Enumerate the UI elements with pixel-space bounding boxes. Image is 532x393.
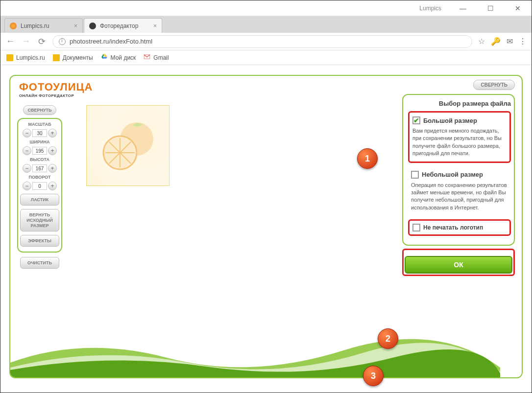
rotate-minus-button[interactable]: −: [23, 182, 31, 190]
ok-button[interactable]: ОК: [405, 256, 512, 274]
height-stepper: − +: [23, 164, 57, 173]
logo-text: ФОТОУЛИЦА: [19, 81, 93, 93]
logo: ФОТОУЛИЦА ОНЛАЙН ФОТОРЕДАКТОР: [19, 81, 93, 98]
canvas-image[interactable]: [86, 105, 169, 186]
small-size-option[interactable]: Небольшой размер Операция по сохранению …: [408, 167, 511, 216]
folder-icon: [6, 54, 13, 61]
small-size-title: Небольшой размер: [422, 171, 483, 178]
window-close-button[interactable]: ✕: [508, 1, 528, 15]
reset-size-button[interactable]: ВЕРНУТЬ ИСХОДНЫЙ РАЗМЕР: [20, 209, 59, 231]
width-input[interactable]: [32, 147, 47, 155]
scale-plus-button[interactable]: +: [48, 129, 57, 138]
width-minus-button[interactable]: −: [23, 146, 31, 155]
folder-icon: [53, 54, 60, 61]
browser-tab-lumpics[interactable]: Lumpics.ru ×: [4, 18, 83, 33]
scale-minus-button[interactable]: −: [23, 129, 31, 138]
no-logo-label: Не печатать логотип: [423, 224, 483, 231]
eraser-button[interactable]: ЛАСТИК: [20, 194, 59, 206]
small-size-desc: Операция по сохранению результатов займе…: [411, 182, 508, 212]
address-input[interactable]: photostreet.ru/indexFoto.html: [52, 35, 472, 48]
mail-icon[interactable]: ✉: [507, 37, 513, 46]
info-icon[interactable]: [59, 38, 66, 45]
reload-button[interactable]: ⟳: [37, 36, 47, 47]
collapse-right-button[interactable]: СВЕРНУТЬ: [473, 80, 515, 90]
bookmark-lumpics[interactable]: Lumpics.ru: [6, 54, 45, 61]
tab-label: Lumpics.ru: [21, 23, 49, 29]
no-logo-checkbox[interactable]: [412, 224, 420, 231]
app-icon: [89, 23, 96, 29]
drive-icon: [101, 53, 108, 62]
small-size-checkbox[interactable]: [411, 171, 419, 179]
window-minimize-button[interactable]: —: [453, 1, 473, 15]
width-plus-button[interactable]: +: [48, 146, 57, 155]
rotate-stepper: − +: [23, 182, 57, 190]
scale-input[interactable]: [32, 129, 47, 137]
window-titlebar: Lumpics — ☐ ✕: [0, 0, 532, 16]
height-label: ВЫСОТА: [30, 157, 49, 162]
rotate-input[interactable]: [32, 182, 47, 190]
big-size-checkbox[interactable]: [412, 116, 420, 124]
big-size-title: Большой размер: [423, 117, 477, 124]
bookmark-label: Мой диск: [111, 54, 136, 61]
width-label: ШИРИНА: [30, 139, 50, 144]
bookmark-label: Lumpics.ru: [16, 54, 45, 61]
height-minus-button[interactable]: −: [23, 164, 31, 173]
close-icon[interactable]: ×: [153, 23, 157, 29]
right-panel: СВЕРНУТЬ Выбор размера файла Большой раз…: [402, 80, 515, 276]
rotate-plus-button[interactable]: +: [48, 182, 57, 190]
collapse-left-button[interactable]: СВЕРНУТЬ: [23, 105, 56, 115]
clear-button[interactable]: ОЧИСТИТЬ: [20, 257, 59, 269]
bookmark-documents[interactable]: Документы: [53, 54, 93, 61]
bookmark-star-icon[interactable]: ☆: [478, 37, 485, 46]
effects-button[interactable]: ЭФФЕКТЫ: [20, 235, 59, 247]
window-title: Lumpics: [419, 5, 441, 12]
callout-badge-1: 1: [357, 148, 378, 169]
app-viewport: ФОТОУЛИЦА ОНЛАЙН ФОТОРЕДАКТОР СВЕРНУТЬ М…: [0, 65, 532, 393]
height-plus-button[interactable]: +: [48, 164, 57, 173]
orange-icon: [10, 23, 17, 29]
menu-icon[interactable]: ⋮: [519, 37, 527, 46]
callout-badge-3: 3: [363, 366, 384, 386]
big-size-option[interactable]: Большой размер Вам придется немного подо…: [408, 111, 511, 163]
bookmarks-bar: Lumpics.ru Документы Мой диск Gmail: [0, 50, 532, 65]
bookmark-gmail[interactable]: Gmail: [144, 53, 169, 62]
callout-badge-2: 2: [378, 328, 398, 349]
browser-tab-photoeditor[interactable]: Фоторедактор ×: [84, 18, 162, 33]
url-text: photostreet.ru/indexFoto.html: [70, 38, 152, 45]
file-size-panel: Выбор размера файла Большой размер Вам п…: [402, 94, 515, 246]
key-icon[interactable]: 🔑: [491, 37, 501, 46]
close-icon[interactable]: ×: [74, 23, 77, 29]
window-maximize-button[interactable]: ☐: [481, 1, 500, 15]
panel-title: Выбор размера файла: [408, 100, 511, 107]
left-panel: СВЕРНУТЬ МАСШТАБ − + ШИРИНА − + ВЫСОТА −: [17, 105, 62, 269]
big-size-desc: Вам придется немного подождать, при сохр…: [412, 127, 507, 158]
width-stepper: − +: [23, 146, 57, 155]
orange-fruit-icon: [98, 116, 157, 175]
bookmark-label: Gmail: [153, 54, 169, 61]
height-input[interactable]: [32, 164, 47, 172]
ok-button-frame: ОК: [402, 249, 515, 276]
controls-box: МАСШТАБ − + ШИРИНА − + ВЫСОТА − +: [17, 118, 62, 253]
bookmark-mydrive[interactable]: Мой диск: [101, 53, 136, 62]
canvas-area[interactable]: [86, 105, 394, 358]
no-logo-option[interactable]: Не печатать логотип: [408, 219, 511, 236]
app-frame: ФОТОУЛИЦА ОНЛАЙН ФОТОРЕДАКТОР СВЕРНУТЬ М…: [9, 75, 523, 378]
back-button[interactable]: ←: [5, 36, 15, 46]
logo-subtitle: ОНЛАЙН ФОТОРЕДАКТОР: [19, 93, 93, 98]
scale-label: МАСШТАБ: [28, 122, 51, 127]
gmail-icon: [144, 53, 150, 62]
rotate-label: ПОВОРОТ: [28, 175, 50, 180]
browser-tab-bar: Lumpics.ru × Фоторедактор ×: [0, 16, 532, 33]
scale-stepper: − +: [23, 129, 57, 138]
forward-button[interactable]: →: [21, 36, 31, 46]
bookmark-label: Документы: [63, 54, 93, 61]
address-bar: ← → ⟳ photostreet.ru/indexFoto.html ☆ 🔑 …: [0, 33, 532, 50]
tab-label: Фоторедактор: [100, 23, 138, 29]
